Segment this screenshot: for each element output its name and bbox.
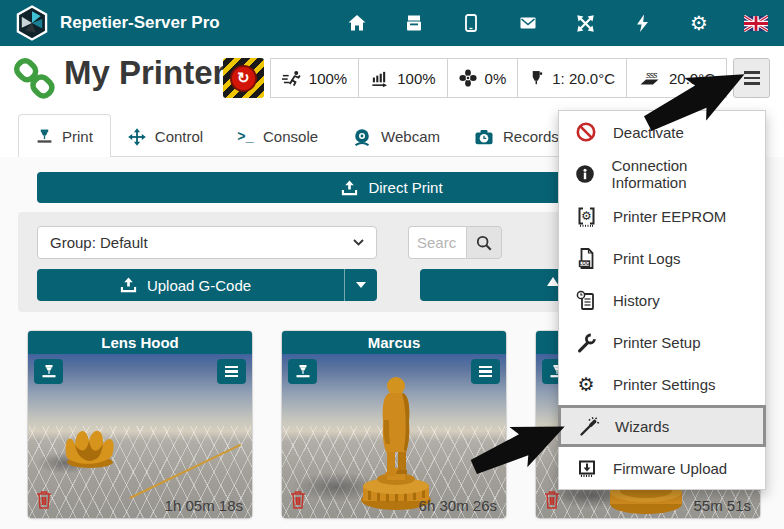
- flow-status[interactable]: 100%: [359, 58, 447, 98]
- print-icon: [295, 364, 311, 379]
- flow-value: 100%: [397, 70, 435, 87]
- top-navbar: Repetier-Server Pro ⚙: [0, 0, 784, 46]
- printer-dropdown-menu: Deactivate Connection Information ⚙ Prin…: [558, 110, 766, 490]
- speed-value: 100%: [309, 70, 347, 87]
- home-icon[interactable]: [345, 11, 369, 35]
- tab-control-label: Control: [155, 128, 203, 145]
- resize-arrows-icon[interactable]: [573, 11, 597, 35]
- repetier-server-window: Repetier-Server Pro ⚙: [0, 0, 784, 529]
- group-select-value: Group: Default: [50, 234, 148, 251]
- gcode-card: Lens Hood 1h 05m 18s: [28, 331, 252, 518]
- card-menu-button[interactable]: [217, 359, 246, 384]
- menu-item-label: Wizards: [615, 418, 669, 435]
- card-print-button[interactable]: [34, 359, 63, 384]
- menu-item-label: Printer EEPROM: [613, 208, 726, 225]
- group-select[interactable]: Group: Default: [37, 226, 377, 259]
- upload-gcode-split-button: Upload G-Code: [37, 269, 377, 301]
- fan-icon: [459, 69, 477, 87]
- trash-icon: [36, 490, 52, 509]
- caret-down-icon: [356, 282, 366, 288]
- mail-icon[interactable]: [516, 11, 540, 35]
- search-button[interactable]: [466, 226, 502, 259]
- speed-status[interactable]: 100%: [270, 58, 359, 98]
- connection-chain-icon: [12, 56, 58, 102]
- info-icon: [574, 163, 597, 185]
- heated-bed-icon: sss: [638, 69, 661, 87]
- upload-icon: [341, 180, 358, 196]
- printer-name: My Printer: [64, 54, 225, 92]
- tab-print[interactable]: Print: [18, 114, 111, 157]
- gear-icon: ⚙: [574, 375, 598, 394]
- emergency-stop-button[interactable]: ↻: [223, 58, 264, 98]
- menu-item-printer-setup[interactable]: Printer Setup: [559, 321, 765, 363]
- print-time: 1h 05m 18s: [165, 497, 243, 514]
- gcode-card: Marcus: [282, 331, 506, 518]
- mobile-icon[interactable]: [459, 11, 483, 35]
- search-input[interactable]: [408, 226, 466, 259]
- menu-item-label: Printer Setup: [613, 334, 701, 351]
- history-icon: [574, 289, 598, 312]
- delete-button[interactable]: [544, 490, 560, 513]
- chevron-down-icon: [353, 239, 364, 246]
- speed-runner-icon: [282, 69, 301, 88]
- svg-text:⚙: ⚙: [581, 209, 592, 223]
- print-time: 55m 51s: [693, 497, 751, 514]
- fan-status[interactable]: 0%: [448, 58, 519, 98]
- gcode-preview[interactable]: 6h 30m 26s: [282, 354, 506, 518]
- menu-item-label: Firmware Upload: [613, 460, 727, 477]
- tab-console-label: Console: [263, 128, 318, 145]
- svg-text:LOG: LOG: [580, 261, 590, 266]
- magic-wand-icon: [576, 415, 600, 438]
- printer-icon[interactable]: [402, 11, 426, 35]
- upload-gcode-dropdown-toggle[interactable]: [344, 269, 377, 301]
- search-group: [408, 226, 502, 259]
- direct-print-label: Direct Print: [368, 179, 442, 196]
- menu-item-label: Printer Settings: [613, 376, 716, 393]
- app-title: Repetier-Server Pro: [60, 13, 220, 33]
- webcam-icon: [352, 127, 372, 147]
- upload-icon: [120, 277, 137, 293]
- trash-icon: [290, 490, 306, 509]
- gcode-card-title: Marcus: [282, 331, 506, 354]
- tab-webcam-label: Webcam: [381, 128, 440, 145]
- menu-item-history[interactable]: History: [559, 279, 765, 321]
- menu-item-wizards[interactable]: Wizards: [558, 405, 766, 447]
- tab-control[interactable]: Control: [111, 116, 220, 157]
- extruder-temp-value: 1: 20.0°C: [552, 70, 615, 87]
- tab-records-label: Records: [503, 128, 559, 145]
- upload-gcode-button[interactable]: Upload G-Code: [37, 269, 334, 301]
- tab-console[interactable]: >_ Console: [220, 116, 335, 157]
- delete-button[interactable]: [290, 490, 306, 513]
- menu-item-firmware-upload[interactable]: Firmware Upload: [559, 447, 765, 489]
- gear-icon[interactable]: ⚙: [687, 11, 711, 35]
- menu-item-printer-eeprom[interactable]: ⚙ Printer EEPROM: [559, 195, 765, 237]
- extruder-icon: [529, 69, 544, 87]
- menu-item-printer-settings[interactable]: ⚙ Printer Settings: [559, 363, 765, 405]
- language-flag-icon[interactable]: [744, 11, 768, 35]
- navbar-icons: ⚙: [345, 0, 768, 46]
- print-time: 6h 30m 26s: [419, 497, 497, 514]
- card-menu-button[interactable]: [471, 359, 500, 384]
- gcode-preview[interactable]: 1h 05m 18s: [28, 354, 252, 518]
- repetier-logo-icon: [14, 4, 50, 42]
- svg-text:sss: sss: [646, 70, 658, 80]
- menu-item-print-logs[interactable]: LOG Print Logs: [559, 237, 765, 279]
- card-print-button[interactable]: [288, 359, 317, 384]
- extruder-temp-status[interactable]: 1: 20.0°C: [518, 58, 627, 98]
- search-icon: [475, 234, 493, 252]
- lens-hood-model: [54, 418, 126, 474]
- menu-item-label: History: [613, 292, 660, 309]
- wrench-icon: [574, 331, 598, 354]
- estop-rotate-icon: ↻: [230, 65, 257, 92]
- log-document-icon: LOG: [574, 247, 598, 270]
- tab-webcam[interactable]: Webcam: [335, 116, 457, 157]
- block-icon: [574, 121, 598, 143]
- menu-item-connection-information[interactable]: Connection Information: [559, 153, 765, 195]
- delete-button[interactable]: [36, 490, 52, 513]
- gcode-card-title: Lens Hood: [28, 331, 252, 354]
- trash-icon: [544, 490, 560, 509]
- marcus-statue-model: [340, 360, 450, 512]
- bolt-icon[interactable]: [630, 11, 654, 35]
- tab-bar: Print Control >_ Console Webcam Records: [18, 114, 576, 157]
- fan-value: 0%: [485, 70, 507, 87]
